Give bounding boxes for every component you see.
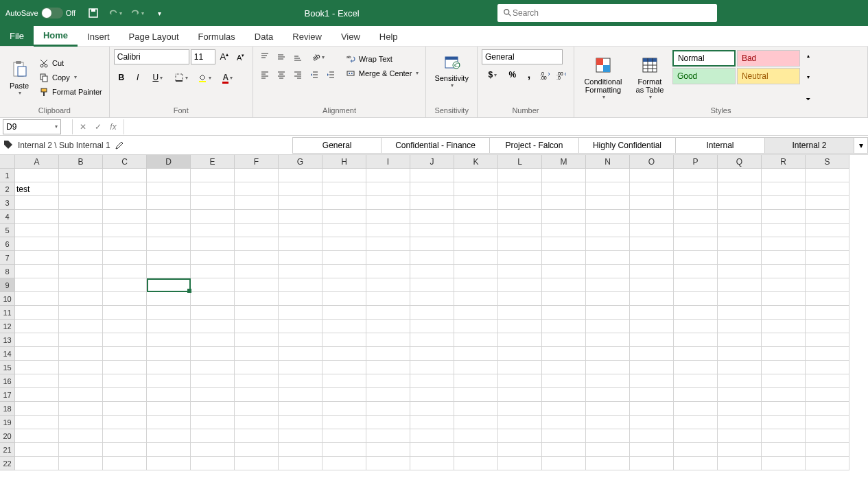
cell[interactable]	[762, 237, 806, 251]
cell[interactable]	[366, 169, 410, 182]
cell[interactable]	[322, 182, 366, 196]
row-header[interactable]: 15	[0, 361, 15, 374]
cancel-formula-button[interactable]: ✕	[77, 122, 89, 132]
cell[interactable]	[366, 182, 410, 196]
cell[interactable]	[718, 402, 762, 416]
tab-page-layout[interactable]: Page Layout	[119, 27, 189, 46]
cell[interactable]	[235, 457, 279, 470]
cell[interactable]	[586, 333, 630, 347]
cell[interactable]	[59, 347, 103, 361]
cell[interactable]	[59, 182, 103, 196]
row-header[interactable]: 14	[0, 347, 15, 361]
row-header[interactable]: 22	[0, 457, 15, 470]
cell[interactable]	[322, 278, 366, 292]
decrease-font-button[interactable]: A▾	[233, 49, 248, 64]
cell[interactable]	[322, 443, 366, 457]
cell[interactable]	[103, 182, 147, 196]
cell[interactable]	[454, 361, 498, 374]
cell[interactable]	[542, 306, 586, 320]
decrease-indent-button[interactable]	[307, 67, 322, 82]
cell[interactable]	[366, 361, 410, 374]
cell[interactable]	[147, 457, 191, 470]
tab-formulas[interactable]: Formulas	[189, 27, 245, 46]
row-header[interactable]: 5	[0, 224, 15, 237]
cell[interactable]	[806, 374, 849, 388]
styles-scroll-down[interactable]: ▾	[804, 73, 813, 82]
cell[interactable]	[235, 443, 279, 457]
column-header[interactable]: E	[191, 155, 235, 169]
cell[interactable]	[630, 320, 674, 333]
cell[interactable]	[15, 210, 59, 224]
cell[interactable]	[542, 429, 586, 443]
cell[interactable]	[366, 443, 410, 457]
cell[interactable]	[498, 196, 542, 210]
cell[interactable]	[366, 416, 410, 429]
cell[interactable]	[586, 457, 630, 470]
cell[interactable]	[322, 224, 366, 237]
column-header[interactable]: B	[59, 155, 103, 169]
cell[interactable]	[59, 237, 103, 251]
cell[interactable]	[59, 416, 103, 429]
cell[interactable]	[235, 251, 279, 265]
cell[interactable]	[410, 251, 454, 265]
cell[interactable]	[103, 320, 147, 333]
column-header[interactable]: P	[674, 155, 718, 169]
cell[interactable]	[762, 416, 806, 429]
search-input[interactable]	[513, 8, 712, 18]
cell[interactable]	[103, 443, 147, 457]
copy-button[interactable]: Copy ▾	[36, 71, 105, 84]
cell[interactable]	[59, 169, 103, 182]
cell[interactable]	[279, 224, 322, 237]
cell[interactable]	[279, 182, 322, 196]
cell[interactable]	[630, 278, 674, 292]
cell[interactable]	[498, 278, 542, 292]
cell[interactable]	[279, 374, 322, 388]
cell[interactable]	[674, 237, 718, 251]
cell[interactable]	[15, 402, 59, 416]
cell[interactable]	[498, 416, 542, 429]
cell[interactable]	[366, 265, 410, 278]
cell[interactable]	[15, 224, 59, 237]
cell[interactable]	[586, 251, 630, 265]
cell[interactable]	[674, 320, 718, 333]
cell[interactable]	[103, 388, 147, 402]
sensitivity-option[interactable]: Internal 2	[765, 137, 854, 154]
cell[interactable]	[366, 196, 410, 210]
cell[interactable]	[718, 443, 762, 457]
cell[interactable]	[322, 237, 366, 251]
increase-font-button[interactable]: A▴	[217, 49, 232, 64]
tab-home[interactable]: Home	[34, 26, 78, 47]
cell[interactable]	[103, 347, 147, 361]
styles-more[interactable]: ⏷	[804, 94, 813, 104]
cell[interactable]	[454, 388, 498, 402]
cell[interactable]	[191, 374, 235, 388]
cell[interactable]	[59, 278, 103, 292]
cell[interactable]	[15, 292, 59, 306]
cell[interactable]	[718, 210, 762, 224]
cell[interactable]	[410, 265, 454, 278]
cell[interactable]	[147, 361, 191, 374]
cell[interactable]	[147, 237, 191, 251]
cell[interactable]	[454, 265, 498, 278]
undo-button[interactable]: ▾	[108, 6, 122, 20]
cell[interactable]	[498, 292, 542, 306]
cell[interactable]	[322, 333, 366, 347]
cell[interactable]	[279, 265, 322, 278]
cell[interactable]	[15, 374, 59, 388]
cell[interactable]	[191, 278, 235, 292]
cell[interactable]	[147, 196, 191, 210]
cell[interactable]	[542, 457, 586, 470]
cell[interactable]	[59, 374, 103, 388]
cell[interactable]	[235, 224, 279, 237]
cell[interactable]	[630, 443, 674, 457]
cell[interactable]	[322, 402, 366, 416]
cell[interactable]	[322, 196, 366, 210]
cell[interactable]	[322, 416, 366, 429]
cell[interactable]	[410, 292, 454, 306]
cell[interactable]	[191, 320, 235, 333]
cell[interactable]	[674, 457, 718, 470]
cell[interactable]	[674, 388, 718, 402]
cell[interactable]	[366, 224, 410, 237]
cell[interactable]	[410, 278, 454, 292]
cell[interactable]	[718, 265, 762, 278]
